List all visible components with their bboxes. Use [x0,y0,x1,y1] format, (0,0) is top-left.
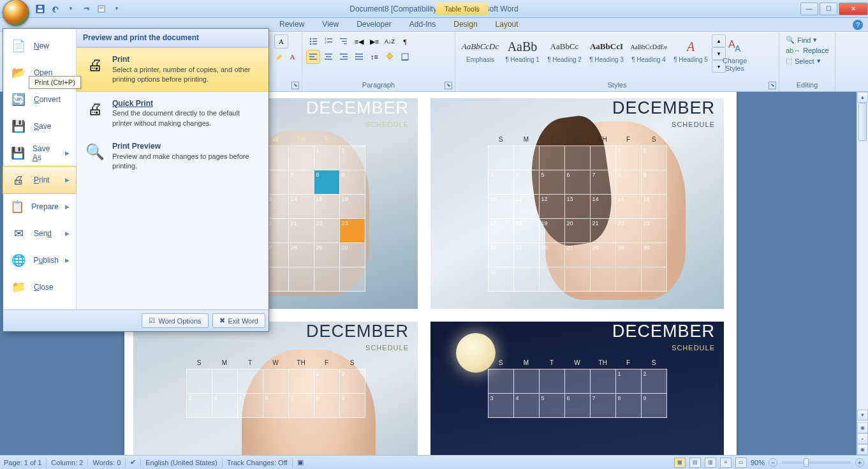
tab-layout[interactable]: Layout [487,18,527,31]
numbering-icon[interactable]: 12 [321,34,335,48]
word-options-button[interactable]: ☑Word Options [142,313,208,328]
clear-formatting-icon[interactable]: A [274,34,288,48]
zoom-slider[interactable] [781,461,851,464]
minimize-button[interactable]: — [800,3,818,15]
help-icon[interactable]: ? [853,20,863,30]
justify-icon[interactable] [352,50,366,64]
draft-view-icon[interactable]: ▭ [735,458,747,468]
font-dialog-icon[interactable]: ⬊ [291,82,299,89]
window-title: Document8 [Compatibility Mode] - Microso… [349,4,519,13]
macro-icon[interactable]: ▣ [297,458,304,466]
svg-rect-20 [309,56,314,57]
contextual-tab-label: Table Tools [436,3,489,15]
full-screen-view-icon[interactable]: ▤ [689,458,701,468]
menu-item-save-as[interactable]: 💾Save As▶ [3,140,76,167]
menu-item-prepare[interactable]: 📋Prepare▶ [3,193,76,220]
submenu-item-print-preview[interactable]: 🔍Print PreviewPreview and make changes t… [77,135,268,178]
exit-word-button[interactable]: ✖Exit Word [212,313,265,328]
outline-view-icon[interactable]: ≡ [720,458,732,468]
web-layout-view-icon[interactable]: ▥ [705,458,716,468]
menu-item-send[interactable]: ✉Send▶ [3,220,76,247]
vertical-scrollbar[interactable]: ▲ ▼ ◉ • ◉ [857,92,868,455]
scroll-down-icon[interactable]: ▼ [857,410,868,421]
tab-review[interactable]: Review [270,18,313,31]
align-center-icon[interactable] [321,50,335,64]
status-language[interactable]: English (United States) [145,459,217,466]
redo-icon[interactable] [80,3,92,15]
style-item[interactable]: AaBbCcDdEe¶ Heading 4 [628,34,670,74]
replace-button[interactable]: ab↔Replace [783,45,831,56]
menu-item-convert[interactable]: 🔄Convert [3,86,76,113]
borders-icon[interactable] [398,50,412,64]
spellcheck-icon[interactable]: ✔ [130,458,136,466]
style-item[interactable]: A¶ Heading 5 [670,34,712,74]
status-page[interactable]: Page: 1 of 1 [4,459,41,466]
svg-rect-29 [355,56,363,57]
zoom-in-button[interactable]: + [855,458,864,467]
find-button[interactable]: 🔍Find ▾ [783,34,831,45]
status-words[interactable]: Words: 0 [92,459,121,466]
status-track-changes[interactable]: Track Changes: Off [227,459,288,466]
submenu-arrow-icon: ▶ [65,150,70,156]
increase-indent-icon[interactable]: ▶≡ [367,34,381,48]
status-column[interactable]: Column: 2 [51,459,83,466]
align-right-icon[interactable] [337,50,351,64]
style-item[interactable]: AaBbCcDcEmphasis [459,34,501,74]
office-button[interactable] [3,0,29,26]
svg-rect-17 [342,41,347,41]
submenu-item-print[interactable]: 🖨PrintSelect a printer, number of copies… [77,47,268,92]
calendar-month: DECEMBER [306,98,409,117]
menu-item-new[interactable]: 📄New [3,33,76,59]
highlight-color-icon[interactable] [274,50,286,64]
menu-item-print[interactable]: 🖨Print▶ [3,166,77,194]
tab-developer[interactable]: Developer [348,18,401,31]
scroll-up-icon[interactable]: ▲ [857,92,868,103]
menu-item-close[interactable]: 📁Close [3,274,76,301]
tab-view[interactable]: View [313,18,348,31]
qat-dropdown-icon[interactable]: ▼ [65,3,77,15]
close-button[interactable]: ✕ [839,3,868,15]
select-button[interactable]: ⬚Select ▾ [783,56,831,66]
bullets-icon[interactable] [306,34,320,48]
tab-addins[interactable]: Add-Ins [401,18,445,31]
align-left-icon[interactable] [306,50,320,64]
sort-icon[interactable]: A↓Z [383,34,397,48]
style-item[interactable]: AaBbCc¶ Heading 2 [543,34,585,74]
paragraph-dialog-icon[interactable]: ⬊ [445,82,452,89]
print-preview-icon[interactable] [96,3,107,15]
submenu-item-quick-print[interactable]: 🖨Quick PrintSend the document directly t… [77,92,268,135]
save-icon[interactable] [34,3,46,15]
undo-icon[interactable] [50,3,61,15]
qat-more-icon[interactable]: ▼ [111,3,122,15]
decrease-indent-icon[interactable]: ≡◀ [352,34,366,48]
font-color-icon[interactable]: A [287,50,298,64]
calendar-month: DECEMBER [306,322,409,341]
browse-object-icon[interactable]: • [857,433,868,444]
style-item[interactable]: AaBb¶ Heading 1 [501,34,543,74]
submenu-item-desc: Select a printer, number of copies, and … [112,65,261,85]
publish-icon: 🌐 [10,251,27,269]
style-item[interactable]: AaBbCcI¶ Heading 3 [585,34,628,74]
zoom-out-button[interactable]: − [769,458,777,467]
line-spacing-icon[interactable]: ↕≡ [367,50,381,64]
submenu-item-desc: Send the document directly to the defaul… [112,108,261,128]
print-layout-view-icon[interactable]: ▦ [674,458,686,468]
browse-next-icon[interactable]: ◉ [857,444,868,455]
tab-design[interactable]: Design [445,18,486,31]
submenu-arrow-icon: ▶ [65,204,70,210]
zoom-level[interactable]: 90% [751,459,765,466]
show-marks-icon[interactable]: ¶ [398,34,412,48]
zoom-slider-thumb[interactable] [804,458,809,467]
browse-prev-icon[interactable]: ◉ [857,422,868,433]
select-icon: ⬚ [786,57,792,65]
menu-item-publish[interactable]: 🌐Publish▶ [3,247,76,274]
change-styles-button[interactable]: AA Change Styles [721,34,749,75]
scroll-thumb[interactable] [858,103,867,141]
svg-rect-30 [355,59,363,60]
menu-item-save[interactable]: 💾Save [3,113,76,140]
multilevel-list-icon[interactable] [337,34,351,48]
shading-icon[interactable] [383,50,397,64]
styles-dialog-icon[interactable]: ⬊ [769,82,776,89]
styles-gallery[interactable]: AaBbCcDcEmphasisAaBb¶ Heading 1AaBbCc¶ H… [459,34,712,74]
maximize-button[interactable]: ☐ [820,3,837,15]
